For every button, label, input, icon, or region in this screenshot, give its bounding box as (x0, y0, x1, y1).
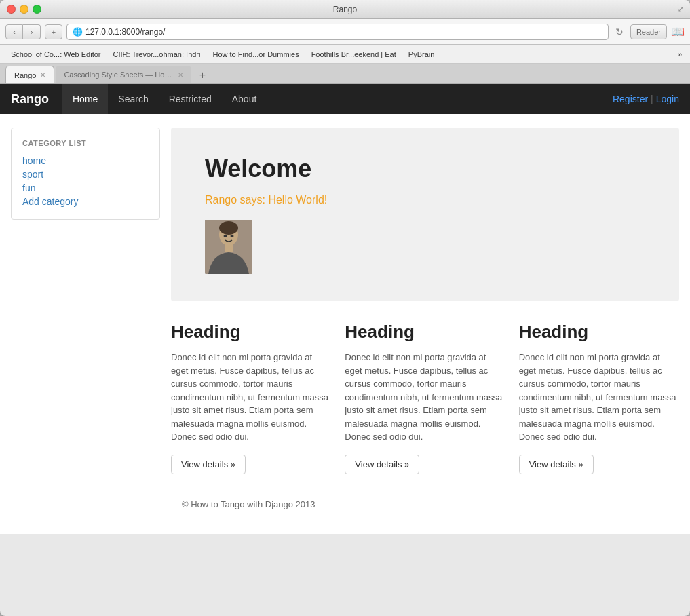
hero-section: Welcome Rango says: Hello World! (171, 128, 679, 301)
hero-image (205, 220, 252, 274)
title-bar: Rango ⤢ (0, 0, 690, 19)
maximize-button[interactable] (33, 5, 41, 14)
sidebar-link-home[interactable]: home (22, 154, 149, 168)
footer-text: © How to Tango with Django 2013 (182, 499, 315, 509)
bookmarks-more[interactable]: » (675, 48, 685, 60)
register-link[interactable]: Register (613, 94, 648, 104)
hero-subtitle: Rango says: Hello World! (205, 194, 645, 206)
main-layout: CATEGORY LIST home sport fun Add categor… (0, 114, 690, 534)
nav-link-about[interactable]: About (222, 84, 267, 114)
new-tab-icon[interactable]: + (194, 67, 210, 83)
window-title: Rango (333, 5, 357, 14)
minimize-button[interactable] (20, 5, 28, 14)
bookmark-item-3[interactable]: Foothills Br...eekend | Eat (306, 48, 402, 60)
tab-bar: Rango ✕ Cascading Style Sheets — How_To_… (0, 64, 690, 84)
three-columns: Heading Donec id elit non mi porta gravi… (171, 322, 679, 474)
url-input[interactable]: 🌐 127.0.0.1:8000/rango/ (66, 24, 609, 40)
bookmark-item-0[interactable]: School of Co...: Web Editor (5, 48, 106, 60)
col-text-0: Donec id elit non mi porta gravida at eg… (171, 351, 331, 444)
hero-title: Welcome (205, 155, 645, 183)
browser-window: Rango ⤢ ‹ › + 🌐 127.0.0.1:8000/rango/ ↻ … (0, 0, 690, 616)
sidebar-box: CATEGORY LIST home sport fun Add categor… (11, 128, 160, 220)
column-2: Heading Donec id elit non mi porta gravi… (519, 322, 679, 474)
sidebar-title: CATEGORY LIST (22, 139, 149, 147)
col-heading-0: Heading (171, 322, 331, 343)
bookmark-button[interactable]: 📖 (671, 25, 685, 38)
sidebar: CATEGORY LIST home sport fun Add categor… (11, 128, 160, 520)
back-button[interactable]: ‹ (5, 24, 23, 39)
url-text: 127.0.0.1:8000/rango/ (85, 27, 165, 37)
sidebar-link-add-category[interactable]: Add category (22, 195, 149, 208)
nav-buttons: ‹ › (5, 24, 41, 39)
view-details-button-1[interactable]: View details » (345, 455, 419, 474)
col-heading-1: Heading (345, 322, 505, 343)
nav-separator: | (651, 94, 653, 104)
sidebar-link-fun[interactable]: fun (22, 181, 149, 195)
bookmarks-bar: School of Co...: Web Editor CIIR: Trevor… (0, 45, 690, 64)
main-content: Welcome Rango says: Hello World! (171, 128, 679, 520)
tab-inactive-css[interactable]: Cascading Style Sheets — How_To_Tango_Wi… (56, 66, 191, 83)
col-text-1: Donec id elit non mi porta gravida at eg… (345, 351, 505, 444)
tab-active-label: Rango (14, 71, 36, 79)
hero-subtitle-highlight: Hello World! (268, 194, 327, 206)
nav-links: Home Search Restricted About (62, 84, 267, 114)
view-details-button-2[interactable]: View details » (519, 455, 594, 474)
column-0: Heading Donec id elit non mi porta gravi… (171, 322, 331, 474)
column-1: Heading Donec id elit non mi porta gravi… (345, 322, 505, 474)
page-content: Rango Home Search Restricted About Regis… (0, 84, 690, 534)
tab-close-inactive[interactable]: ✕ (178, 71, 183, 79)
ssl-icon: 🌐 (73, 27, 83, 37)
svg-point-4 (224, 235, 227, 237)
reload-button[interactable]: ↻ (615, 26, 624, 37)
tab-close-active[interactable]: ✕ (40, 71, 45, 79)
person-image-svg (205, 220, 252, 274)
nav-link-home[interactable]: Home (62, 84, 108, 114)
new-tab-button[interactable]: + (45, 24, 62, 39)
reader-button[interactable]: Reader (630, 24, 667, 39)
view-details-button-0[interactable]: View details » (171, 455, 246, 474)
bookmark-item-1[interactable]: CIIR: Trevor...ohman: Indri (107, 48, 206, 60)
svg-point-3 (219, 221, 238, 235)
svg-point-5 (231, 235, 234, 237)
page-footer: © How to Tango with Django 2013 (171, 488, 679, 520)
close-button[interactable] (7, 5, 16, 14)
navbar: Rango Home Search Restricted About Regis… (0, 84, 690, 114)
navbar-brand[interactable]: Rango (11, 92, 49, 107)
fullscreen-icon[interactable]: ⤢ (678, 5, 683, 13)
nav-link-search[interactable]: Search (108, 84, 158, 114)
hero-subtitle-prefix: Rango says: (205, 194, 268, 206)
col-text-2: Donec id elit non mi porta gravida at eg… (519, 351, 679, 444)
url-bar: ‹ › + 🌐 127.0.0.1:8000/rango/ ↻ Reader 📖 (0, 19, 690, 45)
nav-link-restricted[interactable]: Restricted (159, 84, 222, 114)
tab-active-rango[interactable]: Rango ✕ (5, 66, 54, 83)
col-heading-2: Heading (519, 322, 679, 343)
sidebar-link-sport[interactable]: sport (22, 168, 149, 181)
forward-button[interactable]: › (23, 24, 41, 39)
bookmark-item-4[interactable]: PyBrain (403, 48, 440, 60)
tab-inactive-label: Cascading Style Sheets — How_To_Tango_Wi… (64, 71, 174, 79)
svg-rect-2 (225, 243, 233, 252)
traffic-lights (7, 5, 41, 14)
navbar-right: Register | Login (613, 94, 679, 104)
login-link[interactable]: Login (656, 94, 679, 104)
bookmark-item-2[interactable]: How to Find...or Dummies (207, 48, 304, 60)
